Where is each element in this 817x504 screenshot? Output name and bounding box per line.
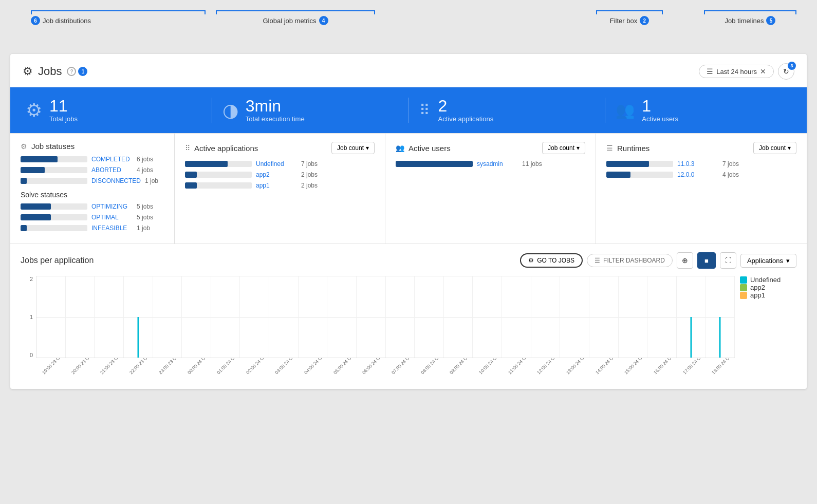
aborted-link[interactable]: ABORTED — [91, 166, 133, 174]
metric-clock-icon: ◑ — [222, 100, 238, 121]
undefined-count: 7 jobs — [301, 160, 318, 167]
bar-fill — [396, 161, 473, 167]
chart-bar-col — [589, 276, 619, 358]
filter-lines-icon: ☰ — [595, 257, 600, 264]
legend-swatch-app2 — [740, 284, 747, 291]
legend-item-undefined: Undefined — [740, 276, 791, 284]
runtime-1103-count: 7 jobs — [722, 160, 739, 167]
disconnected-link[interactable]: DISCONNECTED — [91, 177, 141, 184]
undefined-link[interactable]: Undefined — [256, 160, 297, 167]
active-users-job-count-btn[interactable]: Job count ▾ — [542, 142, 585, 154]
move-icon-btn[interactable]: ⊕ — [677, 252, 693, 269]
chart-bar-col — [240, 276, 269, 358]
chart-bar-col — [444, 276, 473, 358]
metric-text-jobs: 11 Total jobs — [49, 98, 78, 123]
chart-controls: ⚙ GO TO JOBS ☰ FILTER DASHBOARD ⊕ ■ — [520, 252, 796, 269]
chart-bar-col — [327, 276, 357, 358]
chart-bar-col — [211, 276, 240, 358]
distributions-grid: ⚙ Job statuses COMPLETED 6 jobs ABORTED … — [10, 133, 807, 244]
job-distributions-badge: 6 — [31, 16, 40, 25]
runtime-1200-link[interactable]: 12.0.0 — [677, 171, 718, 178]
refresh-button[interactable]: ↻ 3 — [778, 63, 794, 80]
chart-bar-col — [415, 276, 444, 358]
infeasible-link[interactable]: INFEASIBLE — [91, 225, 133, 232]
filter-dashboard-button[interactable]: ☰ FILTER DASHBOARD — [587, 254, 673, 267]
chart-legend: Undefined app2 app1 — [735, 276, 796, 384]
chart-bar-col — [36, 276, 66, 358]
divider-2 — [408, 98, 409, 123]
optimal-link[interactable]: OPTIMAL — [91, 214, 133, 221]
filter-icon: ☰ — [707, 67, 713, 76]
active-apps-icon: ⠿ — [185, 144, 190, 152]
legend-item-app1: app1 — [740, 291, 791, 299]
active-applications-panel: ⠿ Active applications Job count ▾ Undefi… — [175, 134, 385, 244]
completed-link[interactable]: COMPLETED — [91, 156, 133, 163]
job-distributions-label: 6 Job distributions — [31, 16, 206, 25]
chart-bar — [690, 317, 692, 358]
active-users-label: Active users — [642, 115, 678, 123]
metric-text-apps: 2 Active applications — [438, 98, 494, 123]
app1-link[interactable]: app1 — [256, 182, 297, 189]
chart-plot — [36, 276, 735, 358]
bar-fill — [21, 178, 27, 184]
metric-text-time: 3min Total execution time — [246, 98, 305, 123]
disconnected-count: 1 job — [145, 177, 158, 184]
filter-label: Last 24 hours — [716, 68, 757, 76]
page-title: Jobs — [38, 65, 62, 78]
dark-icon-btn[interactable]: ■ — [697, 252, 716, 269]
metric-users-icon: 👥 — [616, 101, 635, 119]
runtime-1103-link[interactable]: 11.0.3 — [677, 160, 718, 167]
applications-dropdown[interactable]: Applications ▾ — [740, 254, 796, 268]
active-users-icon: 👥 — [396, 144, 404, 152]
filter-pill[interactable]: ☰ Last 24 hours ✕ — [699, 65, 774, 78]
total-jobs-label: Total jobs — [49, 115, 78, 123]
execution-time-value: 3min — [246, 98, 305, 114]
chart-bar-col — [66, 276, 95, 358]
bar-track — [21, 214, 87, 220]
go-to-jobs-button[interactable]: ⚙ GO TO JOBS — [520, 253, 583, 268]
chart-title: Jobs per application — [21, 256, 94, 265]
bar-fill — [606, 161, 649, 167]
bar-fill — [21, 167, 45, 173]
metrics-banner: ⚙ 11 Total jobs ◑ 3min Total execution t… — [10, 87, 807, 133]
expand-icon-btn[interactable]: ⛶ — [720, 252, 736, 269]
legend-label-undefined: Undefined — [750, 276, 781, 284]
job-timelines-badge: 5 — [766, 16, 775, 25]
runtimes-list: 11.0.3 7 jobs 12.0.0 4 jobs — [606, 160, 796, 178]
chart-bar-col — [124, 276, 153, 358]
solve-statuses-subtitle: Solve statuses — [21, 191, 164, 199]
chart-bar-col — [531, 276, 561, 358]
bar-fill — [21, 214, 51, 220]
job-statuses-panel: ⚙ Job statuses COMPLETED 6 jobs ABORTED … — [10, 134, 175, 244]
list-item: ABORTED 4 jobs — [21, 166, 164, 174]
gear-icon: ⚙ — [528, 257, 534, 264]
list-item: 11.0.3 7 jobs — [606, 160, 796, 167]
optimizing-link[interactable]: OPTIMIZING — [91, 203, 133, 210]
chart-bar-col — [182, 276, 211, 358]
chart-bar-col — [269, 276, 299, 358]
job-statuses-list: COMPLETED 6 jobs ABORTED 4 jobs DISCONNE… — [21, 156, 164, 184]
list-item: COMPLETED 6 jobs — [21, 156, 164, 163]
active-apps-label: Active applications — [438, 115, 494, 123]
sysadmin-link[interactable]: sysadmin — [477, 160, 518, 167]
optimizing-count: 5 jobs — [137, 203, 153, 210]
divider-3 — [605, 98, 605, 123]
runtimes-job-count-btn[interactable]: Job count ▾ — [753, 142, 796, 154]
chevron-down-icon: ▾ — [577, 144, 580, 152]
metric-active-apps: ⠿ 2 Active applications — [419, 98, 595, 123]
chart-bar-col — [677, 276, 706, 358]
bar-fill — [185, 172, 197, 178]
total-jobs-value: 11 — [49, 98, 78, 114]
help-icon[interactable]: ? — [67, 67, 76, 76]
active-apps-job-count-btn[interactable]: Job count ▾ — [331, 142, 375, 154]
job-statuses-icon: ⚙ — [21, 142, 27, 151]
active-users-panel: 👥 Active users Job count ▾ sysadmin 11 j — [385, 134, 596, 244]
filter-close-icon[interactable]: ✕ — [760, 67, 766, 76]
bar-track — [185, 182, 252, 189]
global-job-metrics-badge: 4 — [319, 16, 328, 25]
legend-label-app2: app2 — [750, 284, 765, 291]
bar-track — [396, 161, 473, 167]
chart-plot-area: 2 1 0 — [21, 276, 735, 384]
app2-link[interactable]: app2 — [256, 171, 297, 178]
bar-fill — [185, 182, 197, 189]
